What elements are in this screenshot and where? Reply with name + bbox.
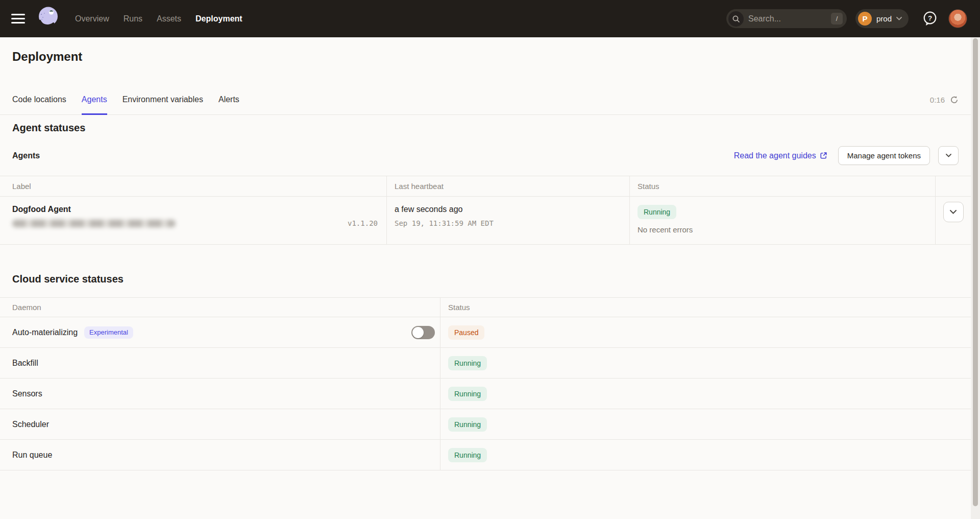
heartbeat-timestamp: Sep 19, 11:31:59 AM EDT <box>395 219 622 227</box>
agent-status-cell: Running No recent errors <box>629 197 935 245</box>
nav-item-deployment[interactable]: Deployment <box>195 14 242 23</box>
nav-item-overview[interactable]: Overview <box>75 14 109 23</box>
column-header-last-heartbeat: Last heartbeat <box>386 176 629 197</box>
agents-table: Label Last heartbeat Status Dogfood Agen… <box>0 176 971 245</box>
cloud-services-table: Daemon Status Auto-materializing Experim… <box>0 297 971 470</box>
agents-controls-row: Agents Read the agent guides Manage agen… <box>12 146 959 165</box>
deployment-switcher[interactable]: P prod <box>855 9 909 28</box>
user-avatar[interactable] <box>948 9 967 28</box>
primary-nav: Overview Runs Assets Deployment <box>75 14 242 23</box>
daemon-row-auto-materializing: Auto-materializing Experimental <box>0 317 440 348</box>
agent-version: v1.1.20 <box>348 219 378 227</box>
svg-text:?: ? <box>928 14 932 22</box>
column-header-daemon: Daemon <box>0 298 440 317</box>
org-avatar: P <box>858 12 872 26</box>
experimental-badge: Experimental <box>84 326 133 339</box>
agent-heartbeat-cell: a few seconds ago Sep 19, 11:31:59 AM ED… <box>386 197 629 245</box>
page-title: Deployment <box>12 49 971 64</box>
agent-name: Dogfood Agent <box>12 205 379 214</box>
external-link-icon <box>820 152 827 159</box>
tab-code-locations[interactable]: Code locations <box>12 85 66 114</box>
column-header-label: Label <box>0 176 386 197</box>
nav-item-runs[interactable]: Runs <box>124 14 142 23</box>
tab-environment-variables[interactable]: Environment variables <box>122 85 203 114</box>
auto-materializing-toggle[interactable] <box>411 326 435 339</box>
daemon-row-scheduler: Scheduler <box>0 409 440 440</box>
refresh-countdown: 0:16 <box>930 96 945 104</box>
scrollbar-track <box>971 37 980 519</box>
status-badge-running: Running <box>448 356 487 370</box>
daemon-status-cell: Running <box>440 348 971 379</box>
daemon-row-sensors: Sensors <box>0 379 440 409</box>
org-name: prod <box>876 14 892 23</box>
status-badge-running: Running <box>448 417 487 432</box>
help-icon: ? <box>922 11 938 27</box>
status-badge-running: Running <box>448 448 487 462</box>
column-header-status: Status <box>629 176 935 197</box>
column-header-actions <box>935 176 971 197</box>
daemon-status-cell: Paused <box>440 317 971 348</box>
topbar-right-controls: Search... / P prod ? <box>726 9 967 28</box>
daemon-name: Sensors <box>12 389 42 398</box>
daemon-status-cell: Running <box>440 409 971 440</box>
daemon-row-backfill: Backfill <box>0 348 440 379</box>
daemon-name: Run queue <box>12 451 52 460</box>
refresh-icon[interactable] <box>950 96 959 104</box>
top-navigation-bar: Overview Runs Assets Deployment Search..… <box>0 0 980 37</box>
daemon-name: Scheduler <box>12 420 49 429</box>
agent-actions-cell <box>935 197 971 245</box>
agent-row-expand-button[interactable] <box>943 202 964 222</box>
search-shortcut-key: / <box>831 13 843 25</box>
daemon-name: Backfill <box>12 359 38 368</box>
tab-alerts[interactable]: Alerts <box>218 85 239 114</box>
column-header-daemon-status: Status <box>440 298 971 317</box>
search-icon <box>728 11 744 27</box>
nav-item-assets[interactable]: Assets <box>157 14 181 23</box>
agent-guides-link[interactable]: Read the agent guides <box>734 151 827 160</box>
menu-icon[interactable] <box>11 14 25 23</box>
agent-status-badge: Running <box>638 205 676 219</box>
agent-id-redacted <box>12 220 176 227</box>
deployment-tabs: Code locations Agents Environment variab… <box>0 85 971 115</box>
daemon-status-cell: Running <box>440 440 971 470</box>
heartbeat-relative: a few seconds ago <box>395 205 622 214</box>
daemon-row-run-queue: Run queue <box>0 440 440 470</box>
agents-subheading: Agents <box>12 151 40 160</box>
tab-agents[interactable]: Agents <box>82 85 107 114</box>
scrollbar-thumb[interactable] <box>973 38 978 506</box>
status-badge-running: Running <box>448 387 487 401</box>
chevron-down-icon <box>896 17 902 20</box>
agent-label-cell: Dogfood Agent v1.1.20 <box>0 197 386 245</box>
agent-status-note: No recent errors <box>638 225 927 234</box>
caret-down-icon <box>946 154 951 157</box>
search-placeholder: Search... <box>748 14 831 23</box>
manage-agent-tokens-button[interactable]: Manage agent tokens <box>838 146 930 165</box>
main-content: Deployment Code locations Agents Environ… <box>0 49 971 470</box>
daemon-status-cell: Running <box>440 379 971 409</box>
agent-actions-dropdown-button[interactable] <box>938 146 959 165</box>
agent-statuses-heading: Agent statuses <box>12 121 971 135</box>
help-button[interactable]: ? <box>922 11 938 27</box>
search-input[interactable]: Search... / <box>726 9 847 28</box>
dagster-logo-icon[interactable] <box>36 6 61 32</box>
status-badge-paused: Paused <box>448 325 484 340</box>
daemon-name: Auto-materializing <box>12 328 78 337</box>
chevron-down-icon <box>950 210 957 214</box>
cloud-service-statuses-heading: Cloud service statuses <box>12 272 971 286</box>
